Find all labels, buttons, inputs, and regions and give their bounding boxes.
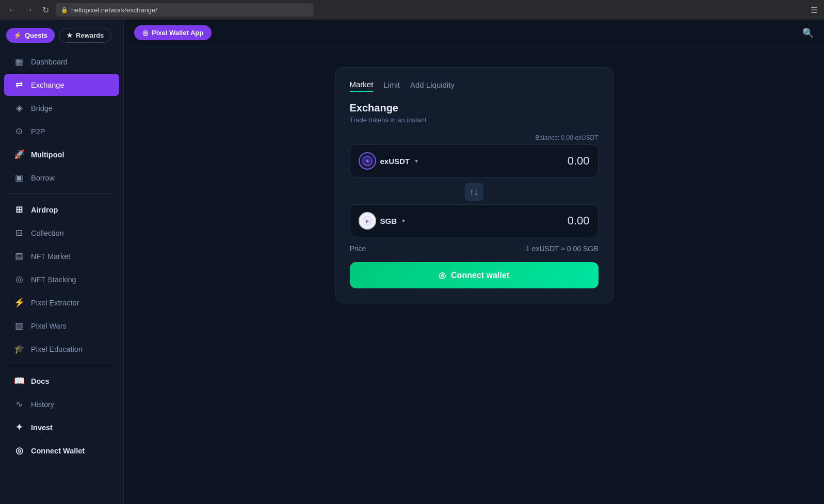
sidebar-top-buttons: ⚡ Quests ★ Rewards <box>0 25 123 50</box>
swap-icon: ↑↓ <box>470 187 479 198</box>
to-token-amount: 0.00 <box>568 214 590 227</box>
sidebar: ⚡ Quests ★ Rewards ▦ Dashboard ⇄ Exchang… <box>0 20 124 504</box>
rewards-button[interactable]: ★ Rewards <box>59 28 111 43</box>
history-icon: ∿ <box>13 399 25 410</box>
sidebar-item-airdrop[interactable]: ⊞ Airdrop <box>4 199 119 221</box>
sidebar-item-label: Pixel Education <box>31 345 83 353</box>
sidebar-item-label: Pixel Wars <box>31 322 67 330</box>
from-token-amount: 0.00 <box>568 154 590 168</box>
lock-icon: 🔒 <box>61 7 68 13</box>
sidebar-item-history[interactable]: ∿ History <box>4 393 119 415</box>
svg-text:F: F <box>366 219 369 224</box>
sidebar-divider-2 <box>7 365 116 365</box>
main-area: ◎ Pixel Wallet App 🔍 Market Limit Add Li… <box>124 20 824 504</box>
from-token-name: exUSDT <box>380 157 410 166</box>
rewards-label: Rewards <box>76 31 104 39</box>
sidebar-item-nft-stacking[interactable]: ◎ NFT Stacking <box>4 268 119 290</box>
price-value: 1 exUSDT ≈ 0.00 SGB <box>526 245 599 253</box>
forward-button[interactable]: → <box>23 4 35 16</box>
sidebar-item-label: History <box>31 400 54 409</box>
sidebar-item-connect-wallet[interactable]: ◎ Connect Wallet <box>4 440 119 462</box>
exusdt-icon <box>359 152 376 170</box>
quests-button[interactable]: ⚡ Quests <box>6 28 55 43</box>
sidebar-item-label: Exchange <box>31 81 64 89</box>
invest-icon: ✦ <box>13 422 25 433</box>
quests-label: Quests <box>25 31 47 39</box>
exchange-subtitle: Trade tokens in an instant <box>350 116 599 124</box>
bridge-icon: ◈ <box>13 103 25 113</box>
swap-button[interactable]: ↑↓ <box>465 183 483 201</box>
sidebar-item-pixel-education[interactable]: 🎓 Pixel Education <box>4 338 119 360</box>
sidebar-item-multipool[interactable]: 🚀 Multipool <box>4 143 119 166</box>
search-button[interactable]: 🔍 <box>802 27 814 39</box>
balance-display: Balance: 0.00 exUSDT <box>350 134 599 141</box>
reload-button[interactable]: ↻ <box>39 4 52 16</box>
to-token-chevron: ▾ <box>402 217 405 224</box>
sidebar-item-label: Bridge <box>31 104 53 112</box>
multipool-icon: 🚀 <box>13 149 25 160</box>
borrow-icon: ▣ <box>13 172 25 183</box>
exchange-panel: Market Limit Add Liquidity Exchange Trad… <box>335 67 613 303</box>
dashboard-icon: ▦ <box>13 56 25 67</box>
to-token-row: F SGB ▾ 0.00 <box>350 204 599 237</box>
quests-icon: ⚡ <box>13 31 22 39</box>
pixel-wallet-icon: ◎ <box>142 29 148 37</box>
sidebar-item-p2p[interactable]: ⊙ P2P <box>4 120 119 142</box>
exchange-panel-wrapper: Market Limit Add Liquidity Exchange Trad… <box>124 46 824 504</box>
p2p-icon: ⊙ <box>13 126 25 137</box>
tab-limit[interactable]: Limit <box>383 80 400 92</box>
exchange-icon: ⇄ <box>13 79 25 90</box>
sidebar-item-label: Dashboard <box>31 58 68 66</box>
address-bar[interactable]: 🔒 hellopixel.network/exchange/ <box>56 3 314 17</box>
tab-add-liquidity[interactable]: Add Liquidity <box>410 80 455 92</box>
sgb-icon: F <box>359 212 376 230</box>
sidebar-item-borrow[interactable]: ▣ Borrow <box>4 167 119 189</box>
connect-wallet-btn-label: Connect wallet <box>451 271 509 280</box>
sidebar-item-docs[interactable]: 📖 Docs <box>4 370 119 392</box>
nft-stacking-icon: ◎ <box>13 274 25 285</box>
sidebar-item-bridge[interactable]: ◈ Bridge <box>4 97 119 119</box>
sidebar-item-pixel-wars[interactable]: ▧ Pixel Wars <box>4 315 119 337</box>
app-container: ⚡ Quests ★ Rewards ▦ Dashboard ⇄ Exchang… <box>0 20 824 504</box>
to-token-selector[interactable]: F SGB ▾ <box>359 212 406 230</box>
pixel-extractor-icon: ⚡ <box>13 297 25 308</box>
sidebar-item-dashboard[interactable]: ▦ Dashboard <box>4 51 119 73</box>
svg-point-2 <box>366 160 368 162</box>
sidebar-item-label: Multipool <box>31 151 64 159</box>
panel-tabs: Market Limit Add Liquidity <box>350 80 599 92</box>
pixel-education-icon: 🎓 <box>13 344 25 354</box>
sidebar-item-pixel-extractor[interactable]: ⚡ Pixel Extractor <box>4 291 119 314</box>
pixel-wallet-label: Pixel Wallet App <box>152 29 203 37</box>
connect-wallet-button[interactable]: ◎ Connect wallet <box>350 262 599 288</box>
sidebar-item-label: Borrow <box>31 174 55 182</box>
sidebar-item-label: Connect Wallet <box>31 447 85 455</box>
airdrop-icon: ⊞ <box>13 204 25 215</box>
connect-wallet-btn-icon: ◎ <box>439 270 446 280</box>
sidebar-item-label: Airdrop <box>31 206 58 214</box>
sidebar-divider-1 <box>7 193 116 194</box>
sidebar-item-exchange[interactable]: ⇄ Exchange <box>4 74 119 96</box>
price-row: Price 1 exUSDT ≈ 0.00 SGB <box>350 245 599 253</box>
sidebar-item-label: Invest <box>31 424 53 432</box>
top-bar: ◎ Pixel Wallet App 🔍 <box>124 20 824 46</box>
price-label: Price <box>350 245 366 253</box>
from-token-row: exUSDT ▾ 0.00 <box>350 144 599 177</box>
from-token-selector[interactable]: exUSDT ▾ <box>359 152 418 170</box>
sidebar-item-nft-market[interactable]: ▤ NFT Market <box>4 245 119 267</box>
tab-market[interactable]: Market <box>350 80 374 92</box>
collection-icon: ⊟ <box>13 227 25 238</box>
connect-wallet-icon: ◎ <box>13 445 25 456</box>
nft-market-icon: ▤ <box>13 251 25 262</box>
docs-icon: 📖 <box>13 376 25 386</box>
rewards-icon: ★ <box>67 31 73 39</box>
sidebar-item-label: Docs <box>31 377 49 385</box>
sidebar-item-collection[interactable]: ⊟ Collection <box>4 222 119 244</box>
sidebar-item-invest[interactable]: ✦ Invest <box>4 416 119 438</box>
sidebar-item-label: P2P <box>31 127 45 136</box>
back-button[interactable]: ← <box>6 4 19 16</box>
sidebar-item-label: Pixel Extractor <box>31 299 79 307</box>
pixel-wallet-button[interactable]: ◎ Pixel Wallet App <box>134 25 212 40</box>
sidebar-item-label: NFT Stacking <box>31 275 76 284</box>
browser-chrome: ← → ↻ 🔒 hellopixel.network/exchange/ ☰ <box>0 0 824 20</box>
browser-search-button[interactable]: ☰ <box>811 5 818 15</box>
